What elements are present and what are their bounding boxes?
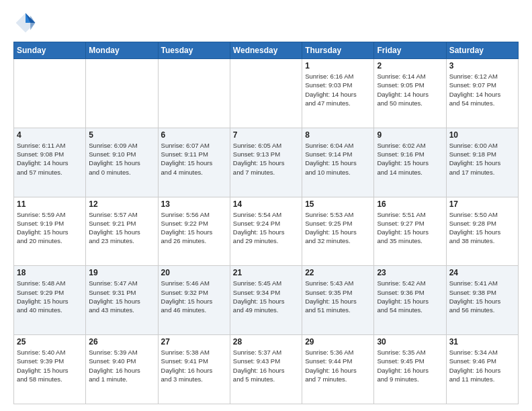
day-number-26: 26 xyxy=(89,337,154,347)
day-number-22: 22 xyxy=(305,268,371,277)
day-number-24: 24 xyxy=(449,268,515,277)
week-row-3: 11Sunrise: 5:59 AM Sunset: 9:19 PM Dayli… xyxy=(14,197,519,266)
weekday-header-saturday: Saturday xyxy=(446,42,518,59)
day-number-4: 4 xyxy=(17,130,83,140)
day-number-18: 18 xyxy=(17,268,83,277)
day-number-31: 31 xyxy=(449,337,515,347)
day-number-9: 9 xyxy=(377,130,443,140)
day-info-19: Sunrise: 5:47 AM Sunset: 9:31 PM Dayligh… xyxy=(89,279,154,314)
day-info-20: Sunrise: 5:46 AM Sunset: 9:32 PM Dayligh… xyxy=(161,279,227,314)
day-cell-6: 6Sunrise: 6:07 AM Sunset: 9:11 PM Daylig… xyxy=(158,128,230,197)
day-cell-4: 4Sunrise: 6:11 AM Sunset: 9:08 PM Daylig… xyxy=(14,128,86,197)
day-info-10: Sunrise: 6:00 AM Sunset: 9:18 PM Dayligh… xyxy=(449,141,515,177)
day-info-28: Sunrise: 5:37 AM Sunset: 9:43 PM Dayligh… xyxy=(233,348,299,383)
day-cell-26: 26Sunrise: 5:39 AM Sunset: 9:40 PM Dayli… xyxy=(86,335,158,404)
day-info-22: Sunrise: 5:43 AM Sunset: 9:35 PM Dayligh… xyxy=(305,279,371,314)
day-number-25: 25 xyxy=(17,337,83,347)
day-info-13: Sunrise: 5:56 AM Sunset: 9:22 PM Dayligh… xyxy=(161,210,227,246)
day-number-13: 13 xyxy=(161,199,227,209)
day-info-4: Sunrise: 6:11 AM Sunset: 9:08 PM Dayligh… xyxy=(17,141,83,177)
day-info-25: Sunrise: 5:40 AM Sunset: 9:39 PM Dayligh… xyxy=(17,348,83,383)
weekday-header-thursday: Thursday xyxy=(302,42,374,59)
week-row-2: 4Sunrise: 6:11 AM Sunset: 9:08 PM Daylig… xyxy=(14,128,519,197)
weekday-header-tuesday: Tuesday xyxy=(158,42,230,59)
day-info-2: Sunrise: 6:14 AM Sunset: 9:05 PM Dayligh… xyxy=(377,72,443,107)
day-number-30: 30 xyxy=(377,337,443,347)
day-cell-28: 28Sunrise: 5:37 AM Sunset: 9:43 PM Dayli… xyxy=(230,335,302,404)
day-cell-12: 12Sunrise: 5:57 AM Sunset: 9:21 PM Dayli… xyxy=(86,197,158,266)
day-cell-30: 30Sunrise: 5:35 AM Sunset: 9:45 PM Dayli… xyxy=(374,335,446,404)
day-info-31: Sunrise: 5:34 AM Sunset: 9:46 PM Dayligh… xyxy=(449,348,515,383)
day-cell-21: 21Sunrise: 5:45 AM Sunset: 9:34 PM Dayli… xyxy=(230,266,302,335)
day-info-8: Sunrise: 6:04 AM Sunset: 9:14 PM Dayligh… xyxy=(305,141,371,177)
day-info-1: Sunrise: 6:16 AM Sunset: 9:03 PM Dayligh… xyxy=(305,72,371,107)
weekday-header-monday: Monday xyxy=(86,42,158,59)
day-number-5: 5 xyxy=(89,130,154,140)
day-number-7: 7 xyxy=(233,130,299,140)
day-cell-14: 14Sunrise: 5:54 AM Sunset: 9:24 PM Dayli… xyxy=(230,197,302,266)
logo xyxy=(13,11,40,35)
day-cell-29: 29Sunrise: 5:36 AM Sunset: 9:44 PM Dayli… xyxy=(302,335,374,404)
day-cell-22: 22Sunrise: 5:43 AM Sunset: 9:35 PM Dayli… xyxy=(302,266,374,335)
day-number-20: 20 xyxy=(161,268,227,277)
week-row-5: 25Sunrise: 5:40 AM Sunset: 9:39 PM Dayli… xyxy=(14,335,519,404)
day-number-2: 2 xyxy=(377,61,443,71)
week-row-4: 18Sunrise: 5:48 AM Sunset: 9:29 PM Dayli… xyxy=(14,266,519,335)
day-number-14: 14 xyxy=(233,199,299,209)
day-info-18: Sunrise: 5:48 AM Sunset: 9:29 PM Dayligh… xyxy=(17,279,83,314)
day-number-1: 1 xyxy=(305,61,371,71)
day-number-29: 29 xyxy=(305,337,371,347)
day-info-26: Sunrise: 5:39 AM Sunset: 9:40 PM Dayligh… xyxy=(89,348,154,383)
day-number-11: 11 xyxy=(17,199,83,209)
day-number-3: 3 xyxy=(449,61,515,71)
day-cell-13: 13Sunrise: 5:56 AM Sunset: 9:22 PM Dayli… xyxy=(158,197,230,266)
day-cell-25: 25Sunrise: 5:40 AM Sunset: 9:39 PM Dayli… xyxy=(14,335,86,404)
day-cell-23: 23Sunrise: 5:42 AM Sunset: 9:36 PM Dayli… xyxy=(374,266,446,335)
day-number-10: 10 xyxy=(449,130,515,140)
weekday-header-row: SundayMondayTuesdayWednesdayThursdayFrid… xyxy=(14,42,519,59)
day-info-9: Sunrise: 6:02 AM Sunset: 9:16 PM Dayligh… xyxy=(377,141,443,177)
day-number-19: 19 xyxy=(89,268,154,277)
day-cell-20: 20Sunrise: 5:46 AM Sunset: 9:32 PM Dayli… xyxy=(158,266,230,335)
day-number-15: 15 xyxy=(305,199,371,209)
empty-cell xyxy=(158,59,230,128)
day-cell-3: 3Sunrise: 6:12 AM Sunset: 9:07 PM Daylig… xyxy=(446,59,518,128)
logo-icon xyxy=(13,11,38,35)
day-number-23: 23 xyxy=(377,268,443,277)
day-cell-11: 11Sunrise: 5:59 AM Sunset: 9:19 PM Dayli… xyxy=(14,197,86,266)
day-cell-16: 16Sunrise: 5:51 AM Sunset: 9:27 PM Dayli… xyxy=(374,197,446,266)
day-cell-24: 24Sunrise: 5:41 AM Sunset: 9:38 PM Dayli… xyxy=(446,266,518,335)
day-cell-19: 19Sunrise: 5:47 AM Sunset: 9:31 PM Dayli… xyxy=(86,266,158,335)
week-row-1: 1Sunrise: 6:16 AM Sunset: 9:03 PM Daylig… xyxy=(14,59,519,128)
day-info-21: Sunrise: 5:45 AM Sunset: 9:34 PM Dayligh… xyxy=(233,279,299,314)
day-cell-1: 1Sunrise: 6:16 AM Sunset: 9:03 PM Daylig… xyxy=(302,59,374,128)
day-cell-27: 27Sunrise: 5:38 AM Sunset: 9:41 PM Dayli… xyxy=(158,335,230,404)
day-number-16: 16 xyxy=(377,199,443,209)
day-number-8: 8 xyxy=(305,130,371,140)
day-info-3: Sunrise: 6:12 AM Sunset: 9:07 PM Dayligh… xyxy=(449,72,515,107)
day-info-30: Sunrise: 5:35 AM Sunset: 9:45 PM Dayligh… xyxy=(377,348,443,383)
day-number-17: 17 xyxy=(449,199,515,209)
empty-cell xyxy=(14,59,86,128)
day-cell-5: 5Sunrise: 6:09 AM Sunset: 9:10 PM Daylig… xyxy=(86,128,158,197)
day-info-16: Sunrise: 5:51 AM Sunset: 9:27 PM Dayligh… xyxy=(377,210,443,246)
weekday-header-sunday: Sunday xyxy=(14,42,86,59)
day-info-17: Sunrise: 5:50 AM Sunset: 9:28 PM Dayligh… xyxy=(449,210,515,246)
day-number-6: 6 xyxy=(161,130,227,140)
day-cell-17: 17Sunrise: 5:50 AM Sunset: 9:28 PM Dayli… xyxy=(446,197,518,266)
day-info-7: Sunrise: 6:05 AM Sunset: 9:13 PM Dayligh… xyxy=(233,141,299,177)
weekday-header-friday: Friday xyxy=(374,42,446,59)
day-cell-9: 9Sunrise: 6:02 AM Sunset: 9:16 PM Daylig… xyxy=(374,128,446,197)
day-number-27: 27 xyxy=(161,337,227,347)
day-cell-2: 2Sunrise: 6:14 AM Sunset: 9:05 PM Daylig… xyxy=(374,59,446,128)
header xyxy=(13,11,519,35)
day-cell-15: 15Sunrise: 5:53 AM Sunset: 9:25 PM Dayli… xyxy=(302,197,374,266)
day-info-12: Sunrise: 5:57 AM Sunset: 9:21 PM Dayligh… xyxy=(89,210,154,246)
day-cell-8: 8Sunrise: 6:04 AM Sunset: 9:14 PM Daylig… xyxy=(302,128,374,197)
day-info-15: Sunrise: 5:53 AM Sunset: 9:25 PM Dayligh… xyxy=(305,210,371,246)
empty-cell xyxy=(86,59,158,128)
weekday-header-wednesday: Wednesday xyxy=(230,42,302,59)
day-info-14: Sunrise: 5:54 AM Sunset: 9:24 PM Dayligh… xyxy=(233,210,299,246)
day-info-29: Sunrise: 5:36 AM Sunset: 9:44 PM Dayligh… xyxy=(305,348,371,383)
day-info-6: Sunrise: 6:07 AM Sunset: 9:11 PM Dayligh… xyxy=(161,141,227,177)
